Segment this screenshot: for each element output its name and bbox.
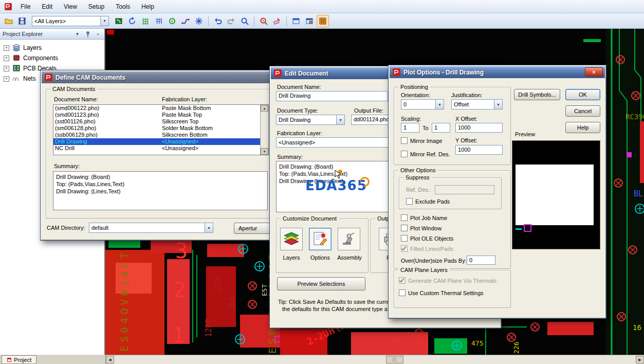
redraw-button[interactable] xyxy=(126,15,138,27)
dropdown-arrow-icon[interactable]: ▼ xyxy=(494,100,502,109)
scale-from-field[interactable]: 1 xyxy=(401,123,419,133)
pcb-label: ES04OV014CT xyxy=(118,250,131,352)
expand-icon[interactable]: + xyxy=(4,45,9,51)
zoom-button[interactable] xyxy=(238,15,251,27)
drill-symbols-button[interactable]: Drill Symbols... xyxy=(514,89,560,100)
expand-icon[interactable]: + xyxy=(4,66,9,71)
justification-value: Offset xyxy=(454,101,469,107)
horizontal-scrollbar[interactable]: ◀ ▶ xyxy=(106,355,644,364)
window-overlay-button[interactable] xyxy=(303,15,316,27)
cam-directory-label: CAM Directory: xyxy=(47,225,85,231)
pin-icon[interactable] xyxy=(84,30,91,38)
mirror-ref-des-checkbox[interactable]: Mirror Ref. Des. xyxy=(401,151,450,157)
panel-menu-arrow-icon[interactable]: ▼ xyxy=(73,30,81,38)
list-item[interactable]: (smd001123.pho)Paste Mask Top xyxy=(53,112,268,118)
y-offset-field[interactable]: 1000 xyxy=(455,145,503,155)
exclude-pads-checkbox[interactable]: Exclude Pads xyxy=(406,198,450,205)
scroll-right-icon[interactable]: ▶ xyxy=(636,356,644,363)
design-grid-button[interactable] xyxy=(153,15,165,27)
preview-selections-button[interactable]: Preview Selections xyxy=(277,277,365,290)
eraser-button[interactable] xyxy=(271,15,283,27)
x-offset-field[interactable]: 1000 xyxy=(455,123,503,133)
customize-assembly-button[interactable] xyxy=(338,228,360,250)
orientation-combo[interactable]: 0 ▼ xyxy=(401,99,444,110)
via-tool-button[interactable] xyxy=(166,15,178,27)
dropdown-arrow-icon[interactable]: ▼ xyxy=(336,115,344,124)
list-item-selected[interactable]: Drill Drawing<Unassigned> xyxy=(53,138,268,145)
oversize-pads-field[interactable]: 0 xyxy=(467,256,495,265)
list-scrollbar[interactable]: ▲ ▼ xyxy=(260,105,268,155)
cam-preview-button[interactable] xyxy=(317,15,329,27)
doc-name: NC Drill xyxy=(53,145,162,152)
scale-to-field[interactable]: 1 xyxy=(432,123,450,133)
origin-tool-button[interactable] xyxy=(193,15,205,27)
list-item[interactable]: (smd006122.pho)Paste Mask Bottom xyxy=(53,105,268,112)
route-tool-button[interactable] xyxy=(179,15,192,27)
dialog-title: Edit Document xyxy=(285,70,328,77)
plot-ole-objects-checkbox[interactable]: Plot OLE Objects xyxy=(401,235,453,242)
help-button[interactable]: Help xyxy=(565,122,600,133)
pcb-label: 226 xyxy=(512,342,520,354)
generate-cam-plane-thermals-checkbox: Generate CAM Plane Via Thermals xyxy=(399,277,496,284)
list-item[interactable]: (ssb006129.pho)Silkscreen Bottom xyxy=(53,132,268,138)
menu-setup[interactable]: Setup xyxy=(83,1,109,12)
menu-tools[interactable]: Tools xyxy=(111,1,135,12)
fabrication-layer-label: Fabrication Layer: xyxy=(277,130,322,136)
close-panel-icon[interactable]: × xyxy=(94,30,102,38)
save-button[interactable] xyxy=(16,15,28,27)
menu-help[interactable]: Help xyxy=(136,1,159,12)
layer-selector[interactable]: <All Layers> ▼ xyxy=(32,16,109,26)
menu-edit[interactable]: Edit xyxy=(36,1,58,12)
plot-job-name-checkbox[interactable]: Plot Job Name xyxy=(401,214,447,221)
undo-button[interactable] xyxy=(212,15,224,27)
list-item[interactable]: (sm006128.pho)Solder Mask Bottom xyxy=(53,125,268,132)
preview-magenta-mark xyxy=(524,224,531,232)
cam-directory-combo[interactable]: default ▼ xyxy=(89,223,213,233)
ok-button[interactable]: OK xyxy=(565,89,600,100)
plot-window-checkbox[interactable]: Plot Window xyxy=(401,225,441,231)
dropdown-arrow-icon[interactable]: ▼ xyxy=(100,16,108,26)
expand-icon[interactable]: + xyxy=(4,76,9,82)
group-label: CAM Documents xyxy=(50,86,97,92)
zoom-mode-button[interactable] xyxy=(257,15,270,27)
mirror-image-checkbox[interactable]: Mirror Image xyxy=(401,137,442,144)
window-layout-button[interactable] xyxy=(290,15,302,27)
pcb-label: RC390 xyxy=(625,113,644,121)
document-name-field[interactable]: Drill Drawing xyxy=(276,91,388,101)
scroll-left-icon[interactable]: ◀ xyxy=(106,356,114,363)
menu-view[interactable]: View xyxy=(59,1,82,12)
dialog-titlebar[interactable]: Plot Options - Drill Drawing xyxy=(390,66,605,78)
tree-item-layers[interactable]: + Layers xyxy=(0,43,104,53)
scroll-up-icon[interactable]: ▲ xyxy=(261,105,268,112)
dropdown-arrow-icon[interactable]: ▼ xyxy=(205,223,213,232)
document-type-label: Document Type: xyxy=(277,107,318,114)
checkbox-box xyxy=(401,245,408,252)
customize-layers-button[interactable] xyxy=(280,228,303,250)
tree-item-components[interactable]: + Components xyxy=(0,53,104,63)
use-custom-thermal-checkbox[interactable]: Use Custom Thermal Settings xyxy=(399,289,484,296)
x-offset-label: X Offset: xyxy=(455,116,477,122)
justification-combo[interactable]: Offset ▼ xyxy=(451,99,503,110)
customize-options-button[interactable] xyxy=(309,228,332,250)
open-file-button[interactable] xyxy=(3,15,15,27)
redo-button[interactable] xyxy=(225,15,237,27)
document-type-combo[interactable]: Drill Drawing ▼ xyxy=(276,115,345,125)
checkbox-label: Generate CAM Plane Via Thermals xyxy=(408,278,496,284)
tree-item-label: Nets xyxy=(23,75,36,82)
list-item[interactable]: (sst001126.pho)Silkscreen Top xyxy=(53,118,268,125)
menu-file[interactable]: File xyxy=(15,1,35,12)
dropdown-arrow-icon[interactable]: ▼ xyxy=(435,100,444,109)
drafting-grid-button[interactable] xyxy=(139,15,152,27)
expand-icon[interactable]: + xyxy=(4,56,9,61)
cam-documents-list[interactable]: (smd006122.pho)Paste Mask Bottom (smd001… xyxy=(53,104,269,155)
project-tab[interactable]: Project xyxy=(2,355,36,364)
pcb-label: 104 xyxy=(228,297,237,311)
doc-name: (smd006122.pho) xyxy=(53,105,162,112)
scroll-down-icon[interactable]: ▼ xyxy=(261,148,268,155)
close-button[interactable]: × xyxy=(585,67,603,77)
group-label: CAM Plane Layers xyxy=(398,267,450,273)
list-item[interactable]: NC Drill<Unassigned> xyxy=(53,145,268,152)
board-view-button[interactable] xyxy=(113,15,125,27)
cancel-button[interactable]: Cancel xyxy=(565,105,600,117)
scrollbar-thumb[interactable] xyxy=(386,356,403,363)
